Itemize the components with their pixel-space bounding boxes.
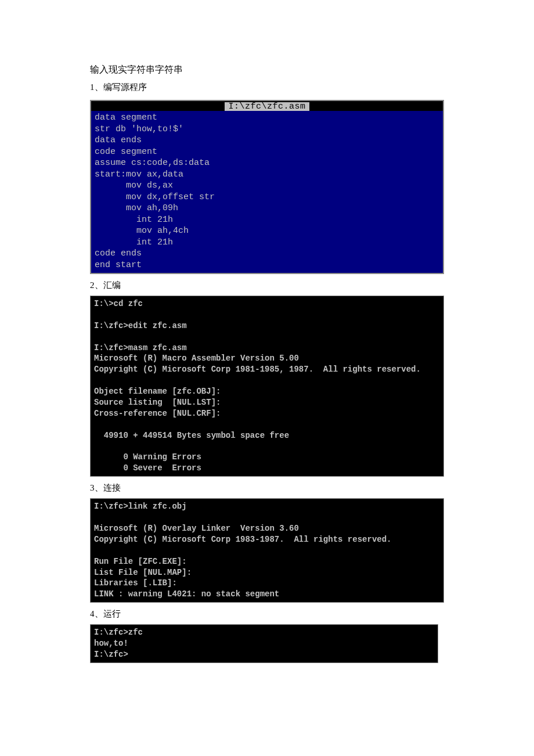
editor-titlebar: I:\zfc\zfc.asm bbox=[91, 101, 443, 111]
doc-title: 输入现实字符串字符串 bbox=[90, 64, 444, 76]
terminal-assemble: I:\>cd zfc I:\zfc>edit zfc.asm I:\zfc>ma… bbox=[90, 296, 444, 477]
step-2-label: 2、汇编 bbox=[90, 280, 444, 291]
step-3-label: 3、连接 bbox=[90, 483, 444, 494]
editor-window: I:\zfc\zfc.asm data segment str db 'how,… bbox=[90, 100, 444, 274]
page: 输入现实字符串字符串 1、编写源程序 I:\zfc\zfc.asm data s… bbox=[0, 0, 534, 700]
editor-code: data segment str db 'how,to!$' data ends… bbox=[91, 111, 443, 273]
terminal-link: I:\zfc>link zfc.obj Microsoft (R) Overla… bbox=[90, 498, 444, 603]
terminal-run: I:\zfc>zfc how,to! I:\zfc> bbox=[90, 624, 438, 663]
step-1-label: 1、编写源程序 bbox=[90, 82, 444, 93]
step-4-label: 4、运行 bbox=[90, 609, 444, 620]
editor-title: I:\zfc\zfc.asm bbox=[225, 102, 309, 111]
